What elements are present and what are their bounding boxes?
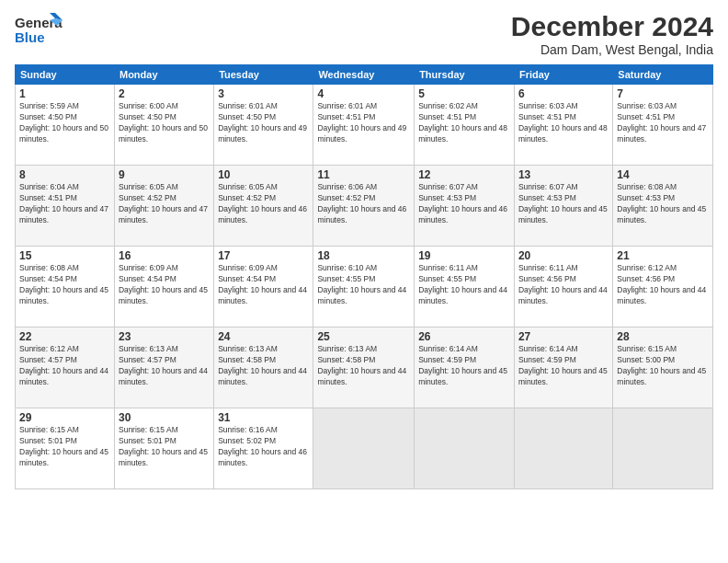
logo: General Blue	[15, 11, 63, 46]
calendar-week-row: 22 Sunrise: 6:12 AMSunset: 4:57 PMDaylig…	[16, 327, 713, 408]
weekday-header: Monday	[114, 65, 213, 85]
weekday-header: Friday	[514, 65, 612, 85]
weekday-header: Thursday	[415, 65, 515, 85]
subtitle: Dam Dam, West Bengal, India	[511, 42, 713, 57]
calendar-cell: 4 Sunrise: 6:01 AMSunset: 4:51 PMDayligh…	[313, 85, 415, 166]
calendar-cell: 5 Sunrise: 6:02 AMSunset: 4:51 PMDayligh…	[415, 85, 515, 166]
day-number: 6	[518, 87, 609, 100]
day-number: 21	[617, 249, 709, 262]
day-number: 28	[617, 330, 709, 343]
day-number: 30	[119, 411, 210, 424]
day-info: Sunrise: 6:11 AMSunset: 4:56 PMDaylight:…	[518, 263, 609, 307]
day-info: Sunrise: 6:09 AMSunset: 4:54 PMDaylight:…	[218, 263, 309, 307]
calendar-cell: 29 Sunrise: 6:15 AMSunset: 5:01 PMDaylig…	[16, 408, 115, 489]
calendar-week-row: 29 Sunrise: 6:15 AMSunset: 5:01 PMDaylig…	[16, 408, 713, 489]
main-title: December 2024	[511, 11, 713, 42]
weekday-header-row: SundayMondayTuesdayWednesdayThursdayFrid…	[16, 65, 713, 85]
calendar-cell: 18 Sunrise: 6:10 AMSunset: 4:55 PMDaylig…	[313, 247, 415, 327]
day-number: 14	[617, 168, 709, 181]
calendar-cell: 17 Sunrise: 6:09 AMSunset: 4:54 PMDaylig…	[214, 247, 313, 327]
calendar-cell: 15 Sunrise: 6:08 AMSunset: 4:54 PMDaylig…	[16, 247, 115, 327]
calendar-cell: 27 Sunrise: 6:14 AMSunset: 4:59 PMDaylig…	[514, 327, 612, 408]
day-number: 25	[317, 330, 410, 343]
calendar-cell: 6 Sunrise: 6:03 AMSunset: 4:51 PMDayligh…	[514, 85, 612, 166]
day-info: Sunrise: 6:08 AMSunset: 4:53 PMDaylight:…	[617, 182, 709, 226]
calendar-cell: 13 Sunrise: 6:07 AMSunset: 4:53 PMDaylig…	[514, 166, 612, 247]
day-number: 10	[218, 168, 309, 181]
day-number: 23	[119, 330, 210, 343]
day-number: 11	[317, 168, 410, 181]
day-info: Sunrise: 6:05 AMSunset: 4:52 PMDaylight:…	[119, 182, 210, 226]
day-info: Sunrise: 6:15 AMSunset: 5:01 PMDaylight:…	[19, 425, 110, 469]
day-info: Sunrise: 6:01 AMSunset: 4:51 PMDaylight:…	[317, 101, 410, 145]
day-info: Sunrise: 6:08 AMSunset: 4:54 PMDaylight:…	[19, 263, 110, 307]
calendar-cell: 30 Sunrise: 6:15 AMSunset: 5:01 PMDaylig…	[114, 408, 213, 489]
calendar-cell: 28 Sunrise: 6:15 AMSunset: 5:00 PMDaylig…	[613, 327, 713, 408]
calendar-cell: 14 Sunrise: 6:08 AMSunset: 4:53 PMDaylig…	[613, 166, 713, 247]
day-number: 16	[119, 249, 210, 262]
weekday-header: Saturday	[613, 65, 713, 85]
day-number: 24	[218, 330, 309, 343]
day-info: Sunrise: 6:15 AMSunset: 5:00 PMDaylight:…	[617, 344, 709, 388]
calendar-week-row: 1 Sunrise: 5:59 AMSunset: 4:50 PMDayligh…	[16, 85, 713, 166]
day-info: Sunrise: 6:07 AMSunset: 4:53 PMDaylight:…	[418, 182, 510, 226]
day-info: Sunrise: 6:00 AMSunset: 4:50 PMDaylight:…	[119, 101, 210, 145]
calendar-cell: 25 Sunrise: 6:13 AMSunset: 4:58 PMDaylig…	[313, 327, 415, 408]
calendar-cell: 8 Sunrise: 6:04 AMSunset: 4:51 PMDayligh…	[16, 166, 115, 247]
calendar-cell: 1 Sunrise: 5:59 AMSunset: 4:50 PMDayligh…	[16, 85, 115, 166]
day-info: Sunrise: 6:05 AMSunset: 4:52 PMDaylight:…	[218, 182, 309, 226]
calendar: SundayMondayTuesdayWednesdayThursdayFrid…	[15, 64, 713, 489]
day-info: Sunrise: 6:16 AMSunset: 5:02 PMDaylight:…	[218, 425, 309, 469]
title-section: December 2024 Dam Dam, West Bengal, Indi…	[511, 11, 713, 57]
day-info: Sunrise: 6:03 AMSunset: 4:51 PMDaylight:…	[617, 101, 709, 145]
calendar-cell: 9 Sunrise: 6:05 AMSunset: 4:52 PMDayligh…	[114, 166, 213, 247]
day-number: 19	[418, 249, 510, 262]
calendar-cell: 20 Sunrise: 6:11 AMSunset: 4:56 PMDaylig…	[514, 247, 612, 327]
day-info: Sunrise: 6:13 AMSunset: 4:58 PMDaylight:…	[218, 344, 309, 388]
day-number: 8	[19, 168, 110, 181]
calendar-cell: 31 Sunrise: 6:16 AMSunset: 5:02 PMDaylig…	[214, 408, 313, 489]
weekday-header: Tuesday	[214, 65, 313, 85]
day-info: Sunrise: 6:07 AMSunset: 4:53 PMDaylight:…	[518, 182, 609, 226]
day-number: 3	[218, 87, 309, 100]
calendar-cell: 3 Sunrise: 6:01 AMSunset: 4:50 PMDayligh…	[214, 85, 313, 166]
day-number: 31	[218, 411, 309, 424]
day-info: Sunrise: 6:12 AMSunset: 4:56 PMDaylight:…	[617, 263, 709, 307]
day-info: Sunrise: 6:12 AMSunset: 4:57 PMDaylight:…	[19, 344, 110, 388]
day-info: Sunrise: 6:04 AMSunset: 4:51 PMDaylight:…	[19, 182, 110, 226]
calendar-cell	[514, 408, 612, 489]
day-info: Sunrise: 6:02 AMSunset: 4:51 PMDaylight:…	[418, 101, 510, 145]
day-info: Sunrise: 6:09 AMSunset: 4:54 PMDaylight:…	[119, 263, 210, 307]
day-number: 2	[119, 87, 210, 100]
calendar-cell: 7 Sunrise: 6:03 AMSunset: 4:51 PMDayligh…	[613, 85, 713, 166]
calendar-week-row: 15 Sunrise: 6:08 AMSunset: 4:54 PMDaylig…	[16, 247, 713, 327]
day-number: 29	[19, 411, 110, 424]
calendar-cell: 26 Sunrise: 6:14 AMSunset: 4:59 PMDaylig…	[415, 327, 515, 408]
day-number: 7	[617, 87, 709, 100]
day-info: Sunrise: 6:06 AMSunset: 4:52 PMDaylight:…	[317, 182, 410, 226]
day-number: 12	[418, 168, 510, 181]
day-info: Sunrise: 6:03 AMSunset: 4:51 PMDaylight:…	[518, 101, 609, 145]
calendar-cell: 24 Sunrise: 6:13 AMSunset: 4:58 PMDaylig…	[214, 327, 313, 408]
day-number: 27	[518, 330, 609, 343]
day-info: Sunrise: 6:11 AMSunset: 4:55 PMDaylight:…	[418, 263, 510, 307]
day-number: 1	[19, 87, 110, 100]
day-info: Sunrise: 6:10 AMSunset: 4:55 PMDaylight:…	[317, 263, 410, 307]
calendar-cell: 16 Sunrise: 6:09 AMSunset: 4:54 PMDaylig…	[114, 247, 213, 327]
day-info: Sunrise: 6:13 AMSunset: 4:57 PMDaylight:…	[119, 344, 210, 388]
calendar-cell	[313, 408, 415, 489]
calendar-cell: 22 Sunrise: 6:12 AMSunset: 4:57 PMDaylig…	[16, 327, 115, 408]
calendar-cell: 12 Sunrise: 6:07 AMSunset: 4:53 PMDaylig…	[415, 166, 515, 247]
day-number: 18	[317, 249, 410, 262]
day-info: Sunrise: 6:15 AMSunset: 5:01 PMDaylight:…	[119, 425, 210, 469]
calendar-cell: 10 Sunrise: 6:05 AMSunset: 4:52 PMDaylig…	[214, 166, 313, 247]
day-number: 20	[518, 249, 609, 262]
weekday-header: Wednesday	[313, 65, 415, 85]
calendar-cell	[415, 408, 515, 489]
svg-text:Blue: Blue	[15, 29, 45, 45]
calendar-week-row: 8 Sunrise: 6:04 AMSunset: 4:51 PMDayligh…	[16, 166, 713, 247]
calendar-cell: 11 Sunrise: 6:06 AMSunset: 4:52 PMDaylig…	[313, 166, 415, 247]
header: General Blue December 2024 Dam Dam, West…	[15, 11, 713, 57]
weekday-header: Sunday	[16, 65, 115, 85]
calendar-cell: 2 Sunrise: 6:00 AMSunset: 4:50 PMDayligh…	[114, 85, 213, 166]
